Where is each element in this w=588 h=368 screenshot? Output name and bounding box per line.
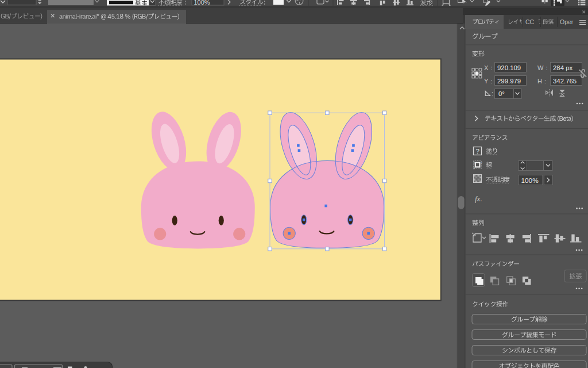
svg-text:fx.: fx.: [475, 194, 482, 203]
svg-text:Y :: Y :: [484, 78, 493, 85]
svg-text:CC: CC: [525, 18, 535, 25]
svg-text:X :: X :: [484, 64, 493, 71]
svg-text:?: ?: [475, 148, 479, 155]
svg-text:Oper: Oper: [560, 18, 574, 25]
svg-text:W :: W :: [537, 64, 548, 71]
svg-text:0°: 0°: [498, 90, 505, 97]
svg-text::: :: [492, 90, 493, 97]
svg-text:342.765: 342.765: [553, 78, 577, 85]
svg-text:?: ?: [473, 166, 475, 170]
svg-text:100%: 100%: [194, 0, 210, 6]
svg-text:100%: 100%: [521, 177, 539, 185]
svg-text:920.109: 920.109: [497, 64, 521, 71]
svg-text:299.979: 299.979: [497, 78, 521, 85]
svg-text:?: ?: [480, 161, 482, 165]
svg-text:?: ?: [473, 161, 475, 165]
svg-text:H :: H :: [537, 78, 547, 85]
svg-text:284 px: 284 px: [553, 64, 573, 71]
